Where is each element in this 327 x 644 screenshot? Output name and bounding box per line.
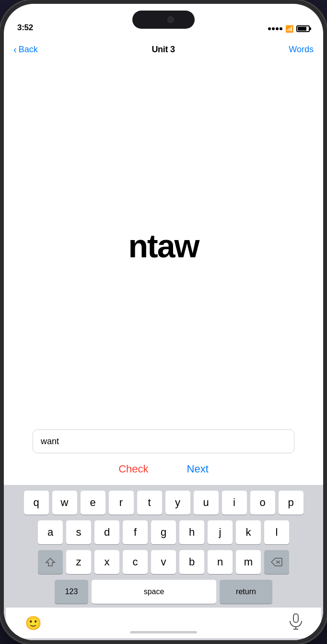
phone-frame: 3:52 📶 ‹ Back Unit 3 Words <box>0 0 327 644</box>
keyboard: q w e r t y u i o p a s d f g h j k l <box>4 485 323 640</box>
scrambled-word-area: ntaw <box>128 62 199 429</box>
key-h[interactable]: h <box>179 520 204 544</box>
key-k[interactable]: k <box>236 520 261 544</box>
key-l[interactable]: l <box>264 520 289 544</box>
key-r[interactable]: r <box>109 491 134 515</box>
next-button[interactable]: Next <box>187 463 209 475</box>
key-d[interactable]: d <box>94 520 119 544</box>
key-i[interactable]: i <box>222 491 247 515</box>
dynamic-island <box>132 11 195 29</box>
answer-input[interactable] <box>33 429 294 453</box>
key-z[interactable]: z <box>66 550 91 574</box>
camera-dot <box>167 16 174 23</box>
page-title: Unit 3 <box>152 45 175 55</box>
key-o[interactable]: o <box>250 491 275 515</box>
navigation-bar: ‹ Back Unit 3 Words <box>4 36 323 62</box>
keyboard-row-2: a s d f g h j k l <box>6 520 321 544</box>
key-q[interactable]: q <box>24 491 49 515</box>
key-p[interactable]: p <box>279 491 304 515</box>
phone-screen: 3:52 📶 ‹ Back Unit 3 Words <box>4 4 323 640</box>
key-a[interactable]: a <box>38 520 63 544</box>
words-button[interactable]: Words <box>289 45 314 55</box>
key-t[interactable]: t <box>137 491 162 515</box>
key-g[interactable]: g <box>151 520 176 544</box>
microphone-icon[interactable] <box>290 613 302 632</box>
status-time: 3:52 <box>17 23 33 33</box>
numbers-key[interactable]: 123 <box>55 580 88 604</box>
key-m[interactable]: m <box>236 550 261 574</box>
check-button[interactable]: Check <box>118 463 148 475</box>
keyboard-bottom-bar: 🙂 <box>6 608 321 638</box>
key-e[interactable]: e <box>81 491 105 515</box>
key-c[interactable]: c <box>123 550 148 574</box>
battery-icon <box>296 25 310 32</box>
key-j[interactable]: j <box>208 520 233 544</box>
space-key[interactable]: space <box>92 580 216 604</box>
home-indicator <box>130 631 197 633</box>
delete-key[interactable] <box>264 550 289 574</box>
return-key[interactable]: return <box>220 580 272 604</box>
key-x[interactable]: x <box>94 550 119 574</box>
wifi-icon: 📶 <box>285 25 293 33</box>
scrambled-word: ntaw <box>128 227 199 264</box>
main-content: ntaw Check Next <box>4 62 323 485</box>
back-button[interactable]: ‹ Back <box>13 44 38 55</box>
key-n[interactable]: n <box>208 550 233 574</box>
keyboard-bottom-row: 123 space return <box>6 580 321 604</box>
input-area: Check Next <box>4 429 323 485</box>
keyboard-row-1: q w e r t y u i o p <box>6 491 321 515</box>
key-f[interactable]: f <box>123 520 148 544</box>
key-u[interactable]: u <box>194 491 219 515</box>
action-buttons: Check Next <box>118 463 209 475</box>
key-y[interactable]: y <box>165 491 190 515</box>
keyboard-row-3: z x c v b n m <box>6 550 321 574</box>
back-label: Back <box>19 45 38 55</box>
emoji-icon[interactable]: 🙂 <box>25 615 42 631</box>
signal-icon <box>268 27 282 30</box>
key-w[interactable]: w <box>52 491 77 515</box>
back-chevron-icon: ‹ <box>13 44 17 55</box>
key-v[interactable]: v <box>151 550 176 574</box>
status-icons: 📶 <box>268 25 310 33</box>
key-b[interactable]: b <box>179 550 204 574</box>
shift-key[interactable] <box>38 550 63 574</box>
svg-rect-2 <box>293 614 298 622</box>
key-s[interactable]: s <box>66 520 91 544</box>
